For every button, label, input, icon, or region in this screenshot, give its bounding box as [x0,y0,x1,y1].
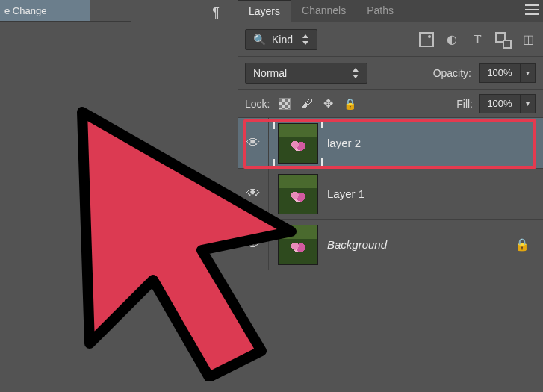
layer-filter-row: 🔍 Kind ◐ T ◫ [238,22,543,57]
opacity-dropdown-icon[interactable]: ▾ [521,63,536,83]
visibility-toggle[interactable]: 👁 [238,118,269,168]
visibility-toggle[interactable]: 👁 [238,220,269,270]
search-icon: 🔍 [253,34,266,46]
dock-column: ¶ [202,0,238,392]
layer-thumbnail[interactable] [278,225,318,265]
lock-pixels-icon[interactable]: 🖌 [301,97,313,111]
layer-row-layer-2[interactable]: 👁 layer 2 [238,118,543,169]
fill-label: Fill: [456,98,473,110]
lock-icons: 🖌 ✥ 🔒 [279,96,356,111]
layer-thumbnail[interactable] [278,174,318,214]
filter-kind-label: Kind [272,34,293,46]
chevron-up-down-icon [302,34,309,45]
opacity-value[interactable]: 100% [479,63,521,83]
panel-tabs: Layers Channels Paths [238,0,543,22]
lock-label: Lock: [245,98,270,110]
panel-menu-icon[interactable] [525,4,539,15]
fill-value[interactable]: 100% [479,94,521,113]
fill-field[interactable]: 100% ▾ [479,94,536,113]
adjacent-panel-tab: e Change [0,0,90,21]
adjacent-panel-body [0,21,131,392]
adjacent-panel-tab-label: e Change [4,5,46,16]
chevron-up-down-icon [352,68,359,78]
filter-type-icons: ◐ T ◫ [419,32,536,47]
filter-type-text-icon[interactable]: T [470,32,485,47]
opacity-label: Opacity: [433,67,471,79]
filter-pixel-icon[interactable] [419,32,434,47]
paragraph-icon[interactable]: ¶ [208,4,224,21]
filter-adjustment-icon[interactable]: ◐ [444,32,459,47]
layer-thumbnail[interactable] [278,123,318,164]
layer-name[interactable]: layer 2 [327,137,361,149]
lock-all-icon[interactable]: 🔒 [344,98,356,110]
layer-list: 👁 layer 2 👁 Layer 1 👁 Background 🔒 [238,118,543,270]
filter-kind-select[interactable]: 🔍 Kind [245,29,317,50]
opacity-field[interactable]: 100% ▾ [479,63,536,83]
tab-layers[interactable]: Layers [238,0,291,22]
layer-name[interactable]: Background [327,238,387,251]
filter-smart-icon[interactable]: ◫ [521,32,536,47]
fill-dropdown-icon[interactable]: ▾ [521,94,536,113]
tab-channels[interactable]: Channels [291,0,356,22]
blend-mode-select[interactable]: Normal [245,63,367,84]
fill-group: Fill: 100% ▾ [456,94,536,113]
visibility-toggle[interactable]: 👁 [238,169,269,219]
lock-fill-row: Lock: 🖌 ✥ 🔒 Fill: 100% ▾ [238,90,543,118]
layer-row-layer-1[interactable]: 👁 Layer 1 [238,169,543,220]
lock-position-icon[interactable]: ✥ [323,96,333,111]
layers-panel: Layers Channels Paths 🔍 Kind ◐ T ◫ Norma… [238,0,543,392]
blend-opacity-row: Normal Opacity: 100% ▾ [238,57,543,90]
lock-transparency-icon[interactable] [279,98,291,110]
tab-paths[interactable]: Paths [356,0,404,22]
lock-icon: 🔒 [515,237,530,252]
filter-shape-icon[interactable] [495,32,510,47]
blend-mode-value: Normal [253,67,287,79]
layer-row-background[interactable]: 👁 Background 🔒 [238,220,543,270]
layer-name[interactable]: Layer 1 [327,187,364,200]
